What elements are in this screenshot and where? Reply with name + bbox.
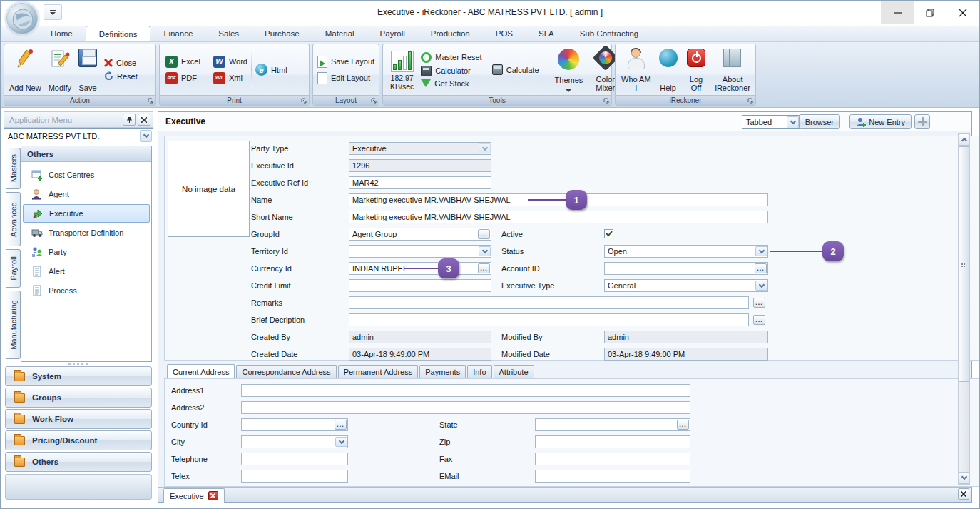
- group-id-lookup-button[interactable]: ...: [478, 229, 490, 239]
- themes-button[interactable]: Themes: [552, 46, 586, 94]
- sidebar-item-alert[interactable]: Alert: [23, 262, 150, 281]
- sidebar-close-button[interactable]: [138, 114, 150, 126]
- who-am-i-button[interactable]: Who AM I: [618, 46, 655, 94]
- sidebar-group-groups[interactable]: Groups: [5, 388, 152, 408]
- group-id-field[interactable]: [349, 228, 491, 241]
- xml-button[interactable]: XVL Xml: [213, 72, 247, 84]
- sidebar-group-system[interactable]: System: [5, 366, 152, 386]
- fax-field[interactable]: [535, 453, 690, 465]
- company-selector[interactable]: ABC MATRESS PVT LTD.: [4, 128, 153, 143]
- sidebar-group-work-flow[interactable]: Work Flow: [5, 409, 152, 429]
- executive-id-field[interactable]: [349, 159, 491, 172]
- country-id-field[interactable]: [241, 418, 348, 431]
- executive-type-combo[interactable]: [604, 279, 768, 292]
- tab-material[interactable]: Material: [312, 26, 367, 41]
- tab-sfa[interactable]: SFA: [526, 26, 567, 41]
- short-name-field[interactable]: [349, 211, 768, 223]
- sidebar-item-party[interactable]: Party: [23, 243, 150, 261]
- sidebar-item-agent[interactable]: Agent: [23, 185, 150, 203]
- scroll-down-button[interactable]: [959, 472, 969, 484]
- address2-field[interactable]: [241, 401, 690, 414]
- tab-pos[interactable]: POS: [483, 26, 526, 41]
- country-lookup-button[interactable]: ...: [335, 420, 347, 430]
- new-entry-button[interactable]: New Entry: [849, 114, 912, 129]
- excel-button[interactable]: X Excel: [165, 56, 200, 68]
- tab-attribute[interactable]: Attribute: [494, 365, 534, 378]
- currency-lookup-button[interactable]: ...: [478, 263, 490, 273]
- print-dialog-launcher[interactable]: [300, 97, 307, 104]
- zip-field[interactable]: [535, 435, 690, 448]
- account-id-field[interactable]: [604, 262, 768, 275]
- account-id-lookup-button[interactable]: ...: [755, 263, 767, 273]
- tab-production[interactable]: Production: [418, 26, 483, 41]
- state-lookup-button[interactable]: ...: [677, 420, 689, 430]
- edit-layout-button[interactable]: Edit Layout: [317, 72, 374, 84]
- help-button[interactable]: Help: [656, 46, 680, 94]
- sidebar-group-pricing-discount[interactable]: Pricing/Discount: [5, 430, 152, 450]
- status-combo[interactable]: [604, 245, 768, 258]
- html-button[interactable]: e Html: [255, 64, 287, 76]
- status-dropdown-button[interactable]: [755, 246, 767, 256]
- scroll-up-button[interactable]: [959, 133, 969, 146]
- restore-button[interactable]: [914, 1, 946, 24]
- minimize-button[interactable]: [881, 1, 914, 24]
- sidebar-item-executive[interactable]: Executive: [23, 204, 150, 223]
- tab-finance[interactable]: Finance: [150, 26, 205, 41]
- sidebar-splitter[interactable]: [4, 361, 152, 366]
- address1-field[interactable]: [241, 384, 690, 397]
- about-ireckoner-button[interactable]: AboutiReckoner: [712, 46, 753, 94]
- vertical-tab-payroll[interactable]: Payroll: [6, 249, 21, 288]
- city-combo[interactable]: [241, 435, 348, 448]
- tab-payroll[interactable]: Payroll: [367, 26, 418, 41]
- party-type-combo[interactable]: [349, 142, 491, 155]
- tab-sales[interactable]: Sales: [205, 26, 252, 41]
- created-date-field[interactable]: [349, 348, 491, 361]
- pin-button[interactable]: [123, 114, 136, 126]
- state-field[interactable]: [535, 418, 690, 431]
- tab-permanent-address[interactable]: Permanent Address: [338, 365, 419, 378]
- log-off-button[interactable]: Log Off: [682, 46, 711, 94]
- tab-info[interactable]: Info: [467, 365, 491, 378]
- executive-ref-id-field[interactable]: [349, 176, 491, 189]
- tab-correspondance-address[interactable]: Correspondance Address: [236, 365, 336, 378]
- browser-button[interactable]: Browser: [799, 114, 840, 129]
- document-tab-executive[interactable]: Executive: [163, 488, 225, 503]
- credit-limit-field[interactable]: [349, 279, 491, 292]
- reset-button[interactable]: Reset: [104, 71, 138, 81]
- modified-date-field[interactable]: [604, 348, 768, 361]
- remarks-expand-button[interactable]: ...: [753, 298, 765, 308]
- tab-purchase[interactable]: Purchase: [252, 26, 312, 41]
- sidebar-item-process[interactable]: Process: [23, 281, 150, 300]
- executive-type-dropdown-button[interactable]: [755, 281, 767, 291]
- ireckoner-dialog-launcher[interactable]: [747, 97, 754, 104]
- tab-sub-contracting[interactable]: Sub Contracting: [567, 26, 651, 41]
- color-mixer-button[interactable]: ColorMixer: [593, 46, 618, 94]
- modify-button[interactable]: Modify: [46, 46, 74, 94]
- tab-current-address[interactable]: Current Address: [167, 364, 235, 379]
- get-stock-button[interactable]: Get Stock: [421, 79, 481, 88]
- splitter-grip[interactable]: [961, 263, 966, 267]
- layout-dialog-launcher[interactable]: [370, 97, 377, 104]
- telex-field[interactable]: [241, 470, 348, 483]
- tab-definitions[interactable]: Definitions: [86, 26, 151, 41]
- email-field[interactable]: [535, 470, 690, 483]
- pdf-button[interactable]: PDF PDF: [165, 72, 200, 84]
- word-button[interactable]: W Word: [213, 56, 247, 68]
- telephone-field[interactable]: [241, 453, 348, 465]
- sidebar-item-transporter-definition[interactable]: Transporter Definition: [23, 223, 150, 242]
- close-button[interactable]: [946, 1, 979, 24]
- modified-by-field[interactable]: [604, 331, 768, 343]
- vertical-tab-masters[interactable]: Masters: [6, 148, 21, 189]
- action-dialog-launcher[interactable]: [147, 97, 154, 104]
- add-tab-button[interactable]: [914, 114, 930, 129]
- territory-id-combo[interactable]: [349, 245, 491, 258]
- app-logo-icon[interactable]: [6, 3, 38, 34]
- vertical-tab-advanced[interactable]: Advanced: [6, 192, 21, 246]
- tab-payments[interactable]: Payments: [419, 365, 466, 378]
- sidebar-item-cost-centres[interactable]: Cost Centres: [23, 166, 150, 184]
- calculator-button[interactable]: Calculator: [421, 66, 481, 76]
- calculate-button[interactable]: Calculate: [492, 64, 539, 75]
- sidebar-group-others[interactable]: Others: [5, 452, 152, 472]
- image-placeholder[interactable]: No image data: [168, 141, 250, 237]
- created-by-field[interactable]: [349, 331, 491, 343]
